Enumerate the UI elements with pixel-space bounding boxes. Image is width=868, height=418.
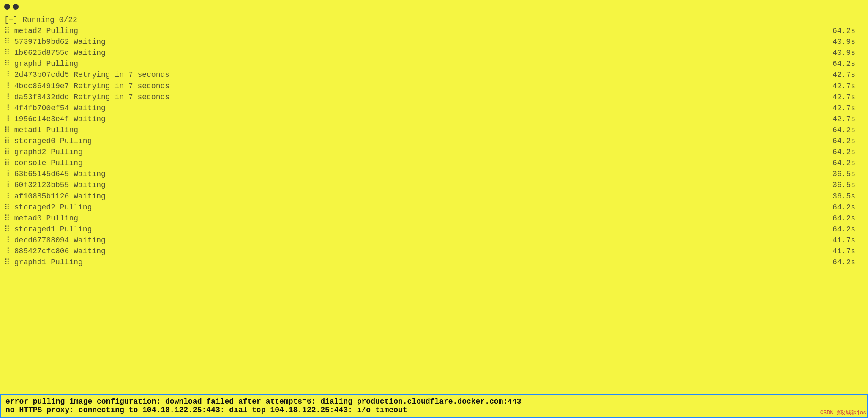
error-line-0: error pulling image configuration: downl… bbox=[5, 397, 863, 406]
terminal-line: ⠸ decd67788094 Waiting41.7s bbox=[4, 235, 864, 246]
window-dot-2 bbox=[13, 4, 19, 10]
line-content: ⠿ storaged2 Pulling bbox=[4, 202, 92, 213]
line-time: 41.7s bbox=[833, 235, 864, 246]
error-box: error pulling image configuration: downl… bbox=[0, 394, 868, 418]
line-content: ⠿ graphd Pulling bbox=[4, 58, 78, 69]
terminal-line: ⠸ 885427cfc806 Waiting41.7s bbox=[4, 246, 864, 257]
terminal-line: ⠿ metad0 Pulling64.2s bbox=[4, 213, 864, 224]
line-time: 42.7s bbox=[833, 103, 864, 114]
line-time: 64.2s bbox=[833, 125, 864, 136]
line-content: ⠸ 63b65145d645 Waiting bbox=[4, 168, 106, 179]
title-bar bbox=[0, 0, 868, 14]
line-content: ⠿ console Pulling bbox=[4, 157, 83, 168]
line-content: ⠸ 885427cfc806 Waiting bbox=[4, 246, 106, 257]
terminal-line: ⠸ 63b65145d645 Waiting36.5s bbox=[4, 168, 864, 179]
line-time: 36.5s bbox=[833, 179, 864, 190]
line-time: 42.7s bbox=[833, 69, 864, 80]
line-content: ⠸ decd67788094 Waiting bbox=[4, 235, 106, 246]
terminal-line: ⠿ metad2 Pulling64.2s bbox=[4, 25, 864, 36]
line-time: 42.7s bbox=[833, 81, 864, 92]
terminal-line: ⠿ graphd1 Pulling64.2s bbox=[4, 257, 864, 268]
line-content: ⠿ graphd2 Pulling bbox=[4, 147, 83, 157]
window-dot-1 bbox=[4, 4, 10, 10]
line-content: ⠿ graphd1 Pulling bbox=[4, 257, 83, 268]
line-content: ⠸ 2d473b07cdd5 Retrying in 7 seconds bbox=[4, 69, 169, 80]
line-content: ⠸ 4bdc864919e7 Retrying in 7 seconds bbox=[4, 81, 169, 92]
terminal-line: ⠿ storaged0 Pulling64.2s bbox=[4, 136, 864, 147]
terminal-line: ⠿ 573971b9bd62 Waiting40.9s bbox=[4, 36, 864, 47]
line-time: 40.9s bbox=[833, 47, 864, 58]
line-content: [+] Running 0/22 bbox=[4, 14, 77, 25]
line-content: ⠸ 4f4fb700ef54 Waiting bbox=[4, 103, 106, 114]
terminal-line: ⠸ 60f32123bb55 Waiting36.5s bbox=[4, 179, 864, 190]
line-content: ⠸ af10885b1126 Waiting bbox=[4, 191, 106, 202]
terminal-line: ⠿ metad1 Pulling64.2s bbox=[4, 125, 864, 136]
terminal-line: ⠿ graphd Pulling64.2s bbox=[4, 58, 864, 69]
line-content: ⠸ 60f32123bb55 Waiting bbox=[4, 179, 106, 190]
line-time: 42.7s bbox=[833, 92, 864, 103]
terminal-line: ⠸ da53f8432ddd Retrying in 7 seconds42.7… bbox=[4, 92, 864, 103]
line-time: 64.2s bbox=[833, 257, 864, 268]
terminal-line: [+] Running 0/22 bbox=[4, 14, 864, 25]
line-content: ⠿ metad1 Pulling bbox=[4, 125, 78, 136]
terminal-line: ⠸ af10885b1126 Waiting36.5s bbox=[4, 191, 864, 202]
line-time: 64.2s bbox=[833, 136, 864, 147]
terminal-body: [+] Running 0/22 ⠿ metad2 Pulling64.2s ⠿… bbox=[0, 14, 868, 269]
line-time: 64.2s bbox=[833, 147, 864, 157]
terminal-line: ⠸ 1956c14e3e4f Waiting42.7s bbox=[4, 114, 864, 125]
csdn-badge: CSDN @攻城狮jos bbox=[820, 409, 866, 416]
line-time: 64.2s bbox=[833, 213, 864, 224]
line-time: 36.5s bbox=[833, 168, 864, 179]
line-content: ⠿ 573971b9bd62 Waiting bbox=[4, 36, 106, 47]
terminal-line: ⠿ storaged1 Pulling64.2s bbox=[4, 224, 864, 235]
terminal-line: ⠿ 1b0625d8755d Waiting40.9s bbox=[4, 47, 864, 58]
line-content: ⠿ metad2 Pulling bbox=[4, 25, 78, 36]
line-content: ⠸ 1956c14e3e4f Waiting bbox=[4, 114, 106, 125]
line-time: 64.2s bbox=[833, 224, 864, 235]
line-time: 40.9s bbox=[833, 36, 864, 47]
error-line-1: no HTTPS proxy: connecting to 104.18.122… bbox=[5, 406, 863, 414]
terminal-line: ⠿ console Pulling64.2s bbox=[4, 157, 864, 168]
line-content: ⠿ storaged0 Pulling bbox=[4, 136, 92, 147]
line-content: ⠿ 1b0625d8755d Waiting bbox=[4, 47, 106, 58]
window-controls bbox=[4, 4, 19, 10]
line-time: 64.2s bbox=[833, 202, 864, 213]
line-time: 41.7s bbox=[833, 246, 864, 257]
line-time bbox=[855, 14, 864, 25]
terminal-window: [+] Running 0/22 ⠿ metad2 Pulling64.2s ⠿… bbox=[0, 0, 868, 418]
line-time: 42.7s bbox=[833, 114, 864, 125]
terminal-line: ⠸ 4f4fb700ef54 Waiting42.7s bbox=[4, 103, 864, 114]
terminal-line: ⠿ graphd2 Pulling64.2s bbox=[4, 147, 864, 157]
line-content: ⠿ storaged1 Pulling bbox=[4, 224, 92, 235]
terminal-line: ⠸ 2d473b07cdd5 Retrying in 7 seconds42.7… bbox=[4, 69, 864, 80]
line-time: 64.2s bbox=[833, 25, 864, 36]
line-content: ⠸ da53f8432ddd Retrying in 7 seconds bbox=[4, 92, 169, 103]
line-time: 36.5s bbox=[833, 191, 864, 202]
line-time: 64.2s bbox=[833, 157, 864, 168]
terminal-line: ⠿ storaged2 Pulling64.2s bbox=[4, 202, 864, 213]
line-content: ⠿ metad0 Pulling bbox=[4, 213, 78, 224]
terminal-line: ⠸ 4bdc864919e7 Retrying in 7 seconds42.7… bbox=[4, 81, 864, 92]
line-time: 64.2s bbox=[833, 58, 864, 69]
